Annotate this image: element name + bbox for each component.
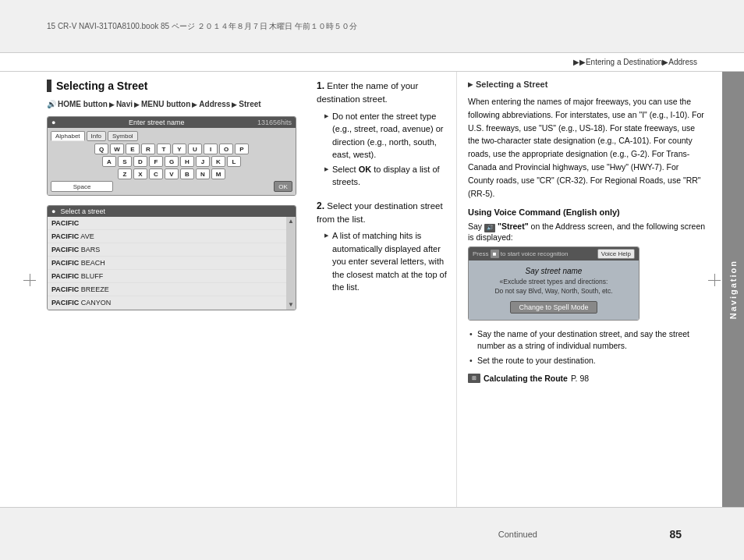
bullet-item-1: Say the name of your destination street,…	[468, 328, 707, 353]
voice-intro-text: Say 🔊 "Street" on the Address screen, an…	[468, 222, 707, 242]
bullet-item-2: Set the route to your destination.	[468, 355, 707, 367]
street-item-1[interactable]: PACIFIC	[48, 217, 286, 230]
key-L[interactable]: L	[227, 156, 241, 167]
space-key[interactable]: Space	[51, 181, 113, 192]
path-street: Street	[239, 100, 260, 108]
key-U[interactable]: U	[188, 144, 202, 154]
page-footer: Continued 85	[0, 507, 744, 560]
steps-area: 1. Enter the name of your destination st…	[304, 72, 456, 507]
voice-icon: 🔊	[484, 224, 495, 232]
step-1: 1. Enter the name of your destination st…	[317, 80, 448, 189]
key-H[interactable]: H	[180, 156, 194, 167]
key-C[interactable]: C	[149, 168, 163, 179]
breadcrumb: ▶▶Entering a Destination▶Address	[573, 58, 697, 66]
key-D[interactable]: D	[133, 156, 147, 167]
key-P[interactable]: P	[235, 144, 249, 154]
street-item-4[interactable]: PACIFIC BEACH	[48, 257, 286, 270]
kbd-tab-symbol[interactable]: Symbol	[108, 131, 138, 141]
voice-help-button[interactable]: Voice Help	[597, 249, 635, 259]
screen2-title: Select a street	[60, 207, 105, 215]
step2-sub1: A list of matching hits is automatically…	[324, 229, 448, 294]
info-section-title-text: Selecting a Street	[476, 80, 547, 89]
kbd-row-1: Q W E R T Y U I O P	[51, 144, 292, 154]
path-home: HOME button	[58, 100, 108, 108]
calc-route-ref: ⊞ Calculating the Route P. 98	[468, 374, 707, 383]
voice-screen: Press ■ to start voice recognition Voice…	[468, 246, 639, 321]
key-O[interactable]: O	[219, 144, 233, 154]
breadcrumb-bar: ▶▶Entering a Destination▶Address	[0, 53, 744, 72]
right-column: ▶ Selecting a Street When entering the n…	[456, 72, 714, 507]
bullet-list: Say the name of your destination street,…	[468, 328, 707, 367]
key-Q[interactable]: Q	[94, 144, 108, 154]
step2-text: Select your destination street from the …	[317, 201, 443, 224]
left-column: Selecting a Street 🔊 HOME button ▶ Navi …	[39, 72, 304, 507]
street-item-2[interactable]: PACIFIC AVE	[48, 230, 286, 243]
screen1-counter: 131656hits	[257, 119, 292, 126]
screen2-mockup: ● Select a street PACIFIC PACIFIC AVE PA…	[47, 205, 296, 310]
voice-say-label: Say street name	[475, 267, 632, 275]
continued-text: Continued	[366, 530, 669, 539]
key-X[interactable]: X	[133, 168, 147, 179]
key-E[interactable]: E	[126, 144, 140, 154]
crosshair-left	[22, 272, 37, 288]
main-content: Selecting a Street 🔊 HOME button ▶ Navi …	[39, 72, 714, 507]
street-list-wrapper: PACIFIC PACIFIC AVE PACIFIC BARS PACIFIC…	[48, 217, 296, 310]
path-navi: Navi	[116, 100, 133, 108]
voice-press-text: Press ■ to start voice recognition	[473, 250, 568, 257]
key-B[interactable]: B	[180, 168, 194, 179]
nav-sidebar-label: Navigation	[728, 260, 738, 319]
kbd-row-3: Z X C V B N M	[51, 168, 292, 179]
step1-sub1: Do not enter the street type (e.g., stre…	[324, 110, 448, 161]
street-item-7[interactable]: PACIFIC CANYON	[48, 296, 286, 310]
key-F[interactable]: F	[149, 156, 163, 167]
kbd-row-2: A S D F G H J K L	[51, 156, 292, 167]
key-N[interactable]: N	[196, 168, 210, 179]
info-body: When entering the names of major freeway…	[468, 95, 707, 200]
key-Z[interactable]: Z	[118, 168, 132, 179]
step-2: 2. Select your destination street from t…	[317, 200, 448, 294]
step2-subs: A list of matching hits is automatically…	[324, 229, 448, 294]
key-J[interactable]: J	[196, 156, 210, 167]
voice-spell-button[interactable]: Change to Spell Mode	[510, 301, 597, 314]
scroll-bar[interactable]: ▲ ▼	[286, 217, 296, 310]
key-G[interactable]: G	[165, 156, 179, 167]
scroll-up-arrow[interactable]: ▲	[288, 218, 294, 225]
kbd-tab-alphabet[interactable]: Alphabet	[51, 131, 85, 141]
key-V[interactable]: V	[165, 168, 179, 179]
key-T[interactable]: T	[157, 144, 171, 154]
kbd-tab-info[interactable]: Info	[87, 131, 106, 141]
step1-text: Enter the name of your destination stree…	[317, 81, 418, 104]
street-item-5[interactable]: PACIFIC BLUFF	[48, 270, 286, 283]
calc-route-icon: ⊞	[468, 374, 480, 383]
step1-subs: Do not enter the street type (e.g., stre…	[324, 110, 448, 189]
voice-command-title: Using Voice Command (English only)	[468, 207, 707, 217]
section-title-block: Selecting a Street	[47, 80, 296, 92]
key-K[interactable]: K	[211, 156, 225, 167]
key-W[interactable]: W	[110, 144, 124, 154]
key-S[interactable]: S	[118, 156, 132, 167]
calc-route-bold: Calculating the Route	[484, 374, 568, 383]
screen1-title: Enter street name	[55, 119, 257, 126]
path-arrow-3: ▶	[192, 101, 197, 108]
step2-num: 2.	[317, 200, 327, 211]
street-item-3[interactable]: PACIFIC BARS	[48, 243, 286, 257]
path-line: 🔊 HOME button ▶ Navi ▶ MENU button ▶ Add…	[47, 100, 296, 108]
info-section-title: ▶ Selecting a Street	[468, 80, 707, 89]
key-M[interactable]: M	[211, 168, 225, 179]
file-info-text: 15 CR-V NAVI-31T0A8100.book 85 ページ ２０１４年…	[47, 21, 697, 32]
scroll-down-arrow[interactable]: ▼	[288, 302, 294, 308]
street-list-items: PACIFIC PACIFIC AVE PACIFIC BARS PACIFIC…	[48, 217, 286, 310]
calc-route-page: P. 98	[571, 374, 589, 383]
key-Y[interactable]: Y	[172, 144, 186, 154]
street-item-6[interactable]: PACIFIC BREEZE	[48, 283, 286, 296]
key-I[interactable]: I	[204, 144, 218, 154]
ok-key[interactable]: OK	[274, 181, 292, 192]
step1-num: 1.	[317, 80, 327, 91]
key-R[interactable]: R	[141, 144, 155, 154]
path-menu: MENU button	[141, 100, 190, 108]
screen2-icon: ●	[51, 207, 55, 215]
path-arrow-2: ▶	[134, 101, 140, 108]
key-A[interactable]: A	[102, 156, 116, 167]
screen1-header: ● Enter street name 131656hits	[48, 117, 296, 128]
path-icon: 🔊	[47, 100, 56, 108]
